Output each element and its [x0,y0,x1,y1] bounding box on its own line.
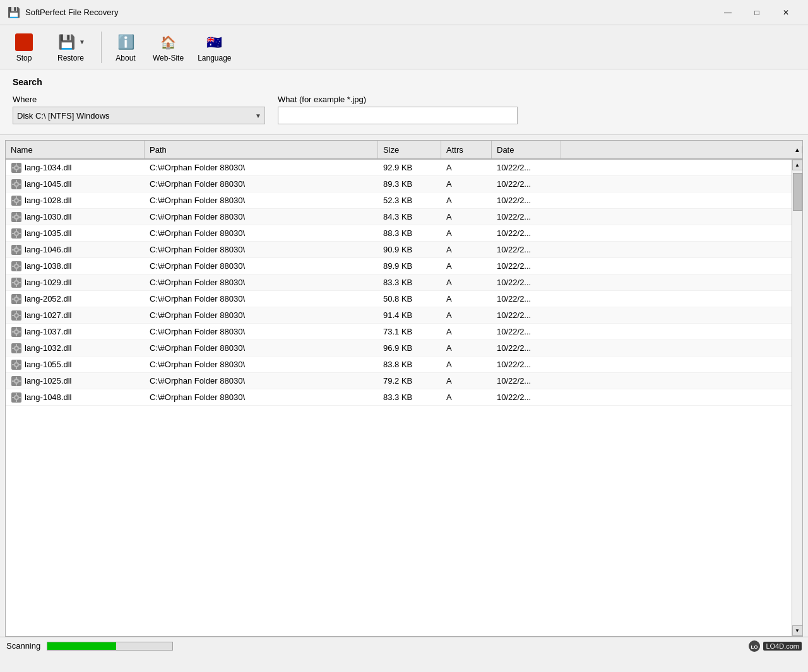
table-row[interactable]: lang-1037.dll C:\#Orphan Folder 88030\ 7… [6,324,792,340]
rows-area: lang-1034.dll C:\#Orphan Folder 88030\ 9… [6,160,792,636]
table-row[interactable]: lang-1034.dll C:\#Orphan Folder 88030\ 9… [6,160,792,176]
svg-rect-34 [19,233,21,234]
website-button[interactable]: 🏠 Web-Site [147,28,189,66]
cell-attrs: A [441,358,492,370]
svg-rect-32 [16,236,17,238]
dll-icon [11,195,22,206]
svg-point-30 [15,232,18,235]
table-row[interactable]: lang-2052.dll C:\#Orphan Folder 88030\ 5… [6,291,792,307]
close-button[interactable]: ✕ [771,3,800,23]
website-label: Web-Site [153,54,184,62]
list-header: Name Path Size Attrs Date ▲ [6,141,802,160]
file-list-wrapper: Name Path Size Attrs Date ▲ [0,135,808,637]
cell-date: 10/22/2... [492,276,561,288]
cell-date: 10/22/2... [492,227,561,239]
dll-icon [11,310,22,321]
about-label: About [116,54,135,62]
cell-date: 10/22/2... [492,211,561,223]
svg-rect-27 [19,216,21,218]
svg-rect-17 [16,196,17,198]
what-input[interactable] [278,107,518,124]
restore-button-group[interactable]: 💾 ▼ Restore [45,28,96,66]
table-row[interactable]: lang-1046.dll C:\#Orphan Folder 88030\ 9… [6,242,792,258]
cell-path: C:\#Orphan Folder 88030\ [145,227,378,239]
col-header-attrs[interactable]: Attrs [441,141,492,158]
status-logo: LO LO4D.com [748,640,802,652]
svg-rect-95 [16,384,17,386]
table-row[interactable]: lang-1038.dll C:\#Orphan Folder 88030\ 8… [6,258,792,274]
website-icon: 🏠 [158,32,179,52]
svg-rect-68 [12,315,14,316]
svg-point-86 [15,363,18,366]
svg-rect-90 [19,364,21,365]
cell-path: C:\#Orphan Folder 88030\ [145,260,378,272]
stop-button[interactable]: Stop [5,28,43,66]
svg-rect-4 [16,170,17,172]
search-fields: Where Disk C:\ [NTFS] Windows ▼ What (fo… [13,95,795,124]
table-row[interactable]: lang-1045.dll C:\#Orphan Folder 88030\ 8… [6,176,792,192]
cell-path: C:\#Orphan Folder 88030\ [145,293,378,305]
cell-name: lang-1030.dll [6,210,145,224]
svg-rect-5 [12,167,14,168]
table-row[interactable]: lang-1029.dll C:\#Orphan Folder 88030\ 8… [6,274,792,291]
table-row[interactable]: lang-1035.dll C:\#Orphan Folder 88030\ 8… [6,225,792,242]
table-row[interactable]: lang-1048.dll C:\#Orphan Folder 88030\ 8… [6,389,792,406]
table-row[interactable]: lang-1055.dll C:\#Orphan Folder 88030\ 8… [6,357,792,373]
svg-rect-53 [16,285,17,287]
cell-date: 10/22/2... [492,162,561,174]
cell-size: 83.3 KB [378,276,441,288]
cell-size: 73.1 KB [378,326,441,338]
scrollbar[interactable]: ▲ ▼ [792,160,802,636]
cell-name: lang-1045.dll [6,177,145,191]
table-row[interactable]: lang-1032.dll C:\#Orphan Folder 88030\ 9… [6,340,792,357]
svg-rect-60 [16,302,17,304]
svg-rect-13 [19,184,21,185]
svg-rect-76 [19,331,21,333]
table-row[interactable]: lang-1028.dll C:\#Orphan Folder 88030\ 5… [6,192,792,209]
svg-rect-55 [19,282,21,283]
svg-point-2 [15,167,18,169]
dll-icon [11,392,22,403]
cell-path: C:\#Orphan Folder 88030\ [145,391,378,403]
progress-fill [47,642,116,650]
dll-icon [11,277,22,288]
about-button[interactable]: ℹ️ About [107,28,145,66]
scroll-down-button[interactable]: ▼ [792,625,803,636]
about-icon: ℹ️ [116,32,136,52]
svg-rect-31 [16,229,17,231]
cell-path: C:\#Orphan Folder 88030\ [145,244,378,256]
table-row[interactable]: lang-1030.dll C:\#Orphan Folder 88030\ 8… [6,209,792,225]
table-row[interactable]: lang-1027.dll C:\#Orphan Folder 88030\ 9… [6,307,792,324]
what-field-group: What (for example *.jpg) [278,95,518,124]
col-header-date[interactable]: Date [492,141,561,158]
scroll-up-button[interactable]: ▲ [792,160,803,170]
scroll-thumb[interactable] [793,173,802,211]
svg-rect-101 [16,393,17,395]
table-row[interactable]: lang-1025.dll C:\#Orphan Folder 88030\ 7… [6,373,792,389]
col-header-size[interactable]: Size [378,141,441,158]
where-select-wrapper[interactable]: Disk C:\ [NTFS] Windows ▼ [13,107,265,124]
col-header-name[interactable]: Name [6,141,145,158]
cell-name: lang-1037.dll [6,325,145,339]
dll-icon [11,228,22,239]
svg-point-93 [15,380,18,382]
dll-icon [11,375,22,387]
maximize-button[interactable]: □ [742,3,771,23]
cell-name: lang-1028.dll [6,194,145,208]
cell-name: lang-1025.dll [6,374,145,388]
svg-rect-24 [16,213,17,215]
svg-rect-25 [16,220,17,221]
svg-rect-59 [16,295,17,297]
minimize-button[interactable]: — [713,3,742,23]
dll-icon [11,359,22,370]
svg-rect-81 [16,351,17,353]
cell-name: lang-1032.dll [6,341,145,355]
col-header-path[interactable]: Path [145,141,378,158]
language-button[interactable]: 🇦🇺 Language [192,28,237,66]
restore-icon: 💾 [56,32,76,52]
progress-bar [47,642,173,651]
stop-label: Stop [16,54,32,62]
svg-rect-89 [12,364,14,365]
where-select[interactable]: Disk C:\ [NTFS] Windows [13,107,265,124]
stop-icon [14,32,34,52]
